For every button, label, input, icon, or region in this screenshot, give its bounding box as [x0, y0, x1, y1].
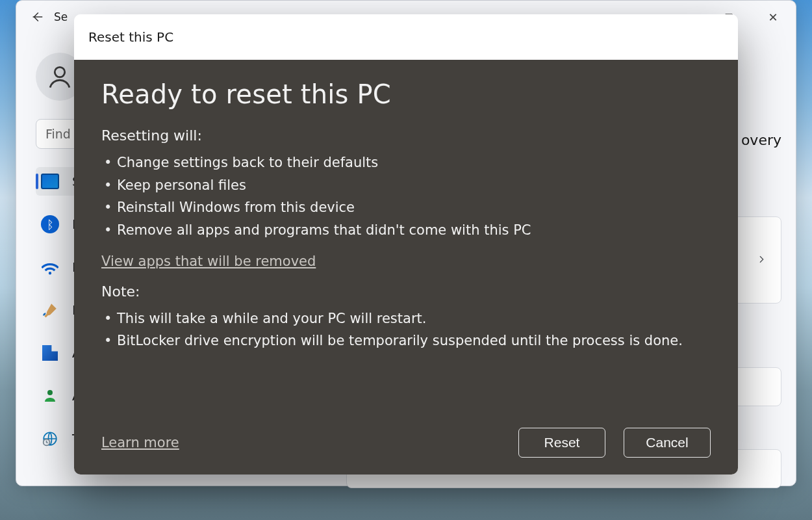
- svg-point-0: [55, 67, 64, 77]
- cancel-button[interactable]: Cancel: [624, 428, 711, 458]
- person-icon: [46, 63, 73, 90]
- view-apps-link[interactable]: View apps that will be removed: [101, 254, 711, 269]
- close-button[interactable]: ✕: [758, 10, 788, 24]
- resetting-item: Change settings back to their defaults: [101, 151, 711, 174]
- reset-button[interactable]: Reset: [518, 428, 605, 458]
- note-list: This will take a while and your PC will …: [101, 307, 711, 352]
- resetting-heading: Resetting will:: [101, 127, 711, 144]
- resetting-item: Keep personal files: [101, 174, 711, 197]
- note-heading: Note:: [101, 283, 711, 300]
- resetting-item: Reinstall Windows from this device: [101, 196, 711, 219]
- back-button[interactable]: [24, 4, 50, 30]
- dialog-title: Ready to reset this PC: [101, 79, 711, 109]
- globe-clock-icon: [41, 430, 59, 448]
- note-item: BitLocker drive encryption will be tempo…: [101, 330, 711, 352]
- chevron-right-icon: [756, 252, 767, 268]
- learn-more-link[interactable]: Learn more: [101, 435, 179, 450]
- dialog-header-title: Reset this PC: [88, 29, 173, 45]
- system-icon: [41, 174, 59, 189]
- bluetooth-icon: ᛒ: [41, 215, 59, 233]
- resetting-item: Remove all apps and programs that didn't…: [101, 219, 711, 242]
- dialog-footer: Learn more Reset Cancel: [101, 428, 711, 458]
- brush-icon: [41, 301, 59, 319]
- arrow-left-icon: [30, 10, 44, 24]
- dialog-body: Ready to reset this PC Resetting will: C…: [74, 60, 738, 474]
- reset-pc-dialog: Reset this PC Ready to reset this PC Res…: [74, 14, 738, 474]
- note-item: This will take a while and your PC will …: [101, 307, 711, 330]
- dialog-header: Reset this PC: [74, 14, 738, 60]
- window-title: Se: [54, 10, 68, 23]
- breadcrumb-partial: overy: [741, 132, 781, 148]
- resetting-list: Change settings back to their defaults K…: [101, 151, 711, 242]
- apps-icon: [42, 345, 58, 361]
- account-icon: [41, 387, 59, 405]
- wifi-icon: [41, 258, 59, 276]
- svg-point-1: [47, 390, 53, 395]
